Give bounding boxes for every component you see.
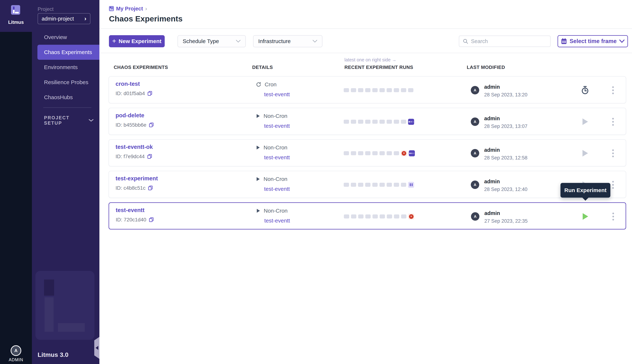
run-status-empty-pill[interactable] (365, 151, 370, 155)
run-status-empty-pill[interactable] (365, 88, 370, 92)
infrastructure-link[interactable]: test-eventt (264, 186, 290, 192)
run-status-empty-pill[interactable] (344, 120, 349, 124)
run-experiment-button[interactable] (581, 212, 590, 221)
run-status-empty-pill[interactable] (394, 88, 399, 92)
row-menu-kebab[interactable] (609, 211, 617, 222)
run-status-empty-pill[interactable] (380, 214, 385, 218)
run-status-empty-pill[interactable] (344, 88, 349, 92)
run-status-empty-pill[interactable] (401, 120, 406, 124)
search-input[interactable] (471, 38, 541, 44)
run-status-empty-pill[interactable] (365, 183, 370, 187)
run-status-failed-badge[interactable]: ✕ (401, 150, 407, 156)
run-experiment-button[interactable] (581, 149, 589, 158)
run-status-empty-pill[interactable] (358, 120, 363, 124)
run-status-running-badge[interactable] (409, 150, 415, 156)
infrastructure-link[interactable]: test-eventt (264, 123, 290, 129)
run-status-empty-pill[interactable] (372, 120, 378, 124)
schedule-type-dropdown[interactable]: Schedule Type (178, 35, 246, 47)
run-status-empty-pill[interactable] (372, 88, 378, 92)
run-status-empty-pill[interactable] (372, 214, 378, 218)
sidebar-item-chaos-experiments[interactable]: Chaos Experiments (38, 45, 99, 60)
experiment-name-link[interactable]: test-eventt-ok (116, 144, 153, 150)
run-status-running-badge[interactable] (408, 119, 414, 125)
run-status-empty-pill[interactable] (372, 183, 378, 187)
run-status-empty-pill[interactable] (344, 151, 349, 155)
row-menu-kebab[interactable] (609, 116, 616, 127)
run-status-empty-pill[interactable] (372, 151, 378, 155)
run-status-empty-pill[interactable] (344, 183, 349, 187)
row-menu-kebab[interactable] (609, 85, 616, 96)
litmus-logo-icon[interactable] (11, 5, 20, 15)
row-menu-kebab[interactable] (609, 148, 616, 159)
run-status-empty-pill[interactable] (387, 151, 392, 155)
infrastructure-link[interactable]: test-eventt (264, 91, 290, 98)
run-status-empty-pill[interactable] (394, 214, 399, 218)
column-header-last-modified: LAST MODIFIED (467, 64, 505, 70)
run-status-empty-pill[interactable] (365, 214, 371, 218)
run-status-empty-pill[interactable] (358, 151, 363, 155)
run-status-empty-pill[interactable] (387, 183, 392, 187)
run-status-empty-pill[interactable] (401, 214, 406, 218)
run-status-empty-pill[interactable] (394, 151, 399, 155)
run-status-empty-pill[interactable] (379, 183, 385, 187)
run-status-paused-badge[interactable] (408, 182, 414, 188)
copy-icon[interactable] (147, 154, 152, 159)
sidebar-item-environments[interactable]: Environments (32, 60, 99, 75)
experiment-name-link[interactable]: test-eventt (116, 207, 145, 214)
copy-icon[interactable] (148, 186, 153, 190)
run-status-empty-pill[interactable] (365, 120, 370, 124)
run-status-empty-pill[interactable] (387, 214, 392, 218)
row-menu-kebab[interactable] (609, 179, 616, 190)
experiment-row[interactable]: test-eventt ID: 720c1d40 Non-Cron test-e… (109, 202, 626, 230)
project-selector[interactable]: admin-project › (38, 13, 91, 24)
run-status-failed-badge[interactable]: ✕ (408, 214, 414, 220)
run-status-empty-pill[interactable] (379, 151, 385, 155)
time-frame-button[interactable]: Select time frame (557, 35, 628, 47)
infrastructure-dropdown[interactable]: Infrastructure (253, 35, 322, 47)
experiment-row[interactable]: test-eventt-ok ID: f7e9dc44 Non-Cron tes… (109, 139, 626, 166)
copy-icon[interactable] (149, 122, 154, 128)
run-status-empty-pill[interactable] (394, 183, 399, 187)
experiment-row[interactable]: cron-test ID: d01f5ab4 Cron test-eventt … (109, 76, 626, 103)
run-status-empty-pill[interactable] (358, 214, 363, 218)
infrastructure-link[interactable]: test-eventt (264, 218, 290, 224)
project-setup-toggle[interactable]: PROJECT SETUP (44, 115, 94, 126)
run-experiment-button[interactable] (581, 117, 589, 126)
infrastructure-value: Infrastructure (258, 38, 291, 44)
run-status-empty-pill[interactable] (379, 120, 385, 124)
experiment-row[interactable]: pod-delete ID: b455bb6e Non-Cron test-ev… (109, 108, 626, 135)
infrastructure-link[interactable]: test-eventt (264, 154, 290, 160)
run-status-empty-pill[interactable] (401, 183, 406, 187)
run-status-empty-pill[interactable] (351, 120, 356, 124)
copy-icon[interactable] (149, 217, 154, 222)
experiment-row[interactable]: test-experiment ID: c4b8c51c Non-Cron te… (109, 171, 626, 198)
run-status-empty-pill[interactable] (358, 183, 363, 187)
toolbar-divider (99, 53, 632, 53)
breadcrumb-my-project[interactable]: My Project (116, 6, 143, 12)
run-status-empty-pill[interactable] (351, 88, 356, 92)
non-cron-icon (256, 208, 260, 213)
run-status-empty-pill[interactable] (358, 88, 363, 92)
run-status-empty-pill[interactable] (379, 88, 385, 92)
sidebar-item-overview[interactable]: Overview (32, 30, 99, 45)
run-status-empty-pill[interactable] (387, 120, 392, 124)
copy-icon[interactable] (148, 91, 152, 96)
cron-icon (256, 82, 261, 87)
sidebar-item-resilience-probes[interactable]: Resilience Probes (32, 75, 99, 90)
experiment-name-link[interactable]: cron-test (116, 81, 140, 87)
run-status-empty-pill[interactable] (408, 88, 413, 92)
experiment-name-link[interactable]: pod-delete (116, 112, 144, 119)
experiment-name-link[interactable]: test-experiment (116, 175, 158, 182)
run-status-empty-pill[interactable] (387, 88, 392, 92)
new-experiment-button[interactable]: + New Experiment (109, 35, 165, 47)
run-status-empty-pill[interactable] (351, 151, 356, 155)
page-title: Chaos Experiments (109, 14, 183, 23)
run-status-empty-pill[interactable] (401, 88, 406, 92)
run-status-empty-pill[interactable] (394, 120, 399, 124)
run-status-empty-pill[interactable] (351, 214, 356, 218)
search-box (459, 36, 550, 47)
run-status-empty-pill[interactable] (351, 183, 356, 187)
sidebar-item-chaoshubs[interactable]: ChaosHubs (32, 90, 99, 105)
admin-avatar[interactable]: A (11, 345, 21, 356)
run-status-empty-pill[interactable] (344, 214, 349, 218)
